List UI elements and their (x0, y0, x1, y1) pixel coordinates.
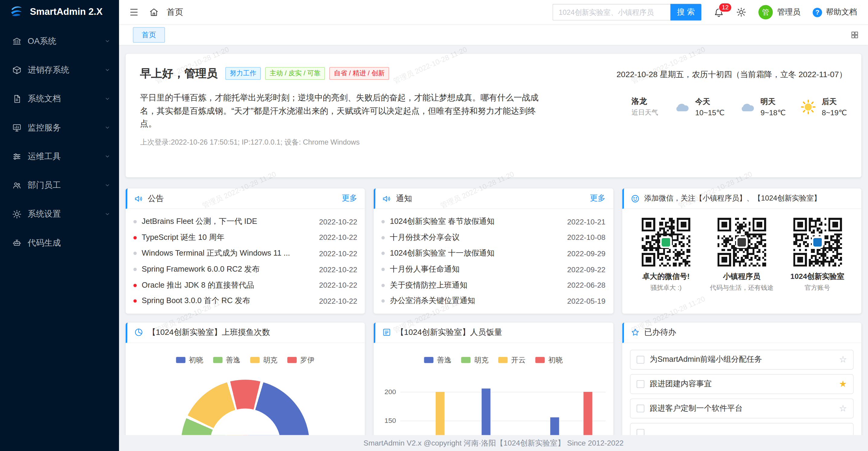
qr-code-item: 卓大的微信号!骚扰卓大 :) (632, 218, 700, 292)
item-title[interactable]: Spring Boot 3.0.0 首个 RC 发布 (142, 296, 314, 306)
todo-checkbox[interactable] (637, 429, 644, 435)
item-title[interactable]: Oracle 推出 JDK 8 的直接替代品 (142, 280, 314, 290)
item-title[interactable]: TypeScript 诞生 10 周年 (142, 233, 314, 243)
weather-day-temp: 10~15℃ (695, 108, 724, 117)
bar-初晓-晚饭[interactable] (583, 392, 592, 435)
item-dot (381, 300, 385, 303)
qr-code-image (642, 218, 690, 266)
welcome-tag: 努力工作 (225, 67, 261, 80)
y-axis-label: 200 (384, 388, 396, 396)
legend-item[interactable]: 开云 (498, 355, 526, 365)
item-dot (133, 236, 137, 239)
help-link[interactable]: ? 帮助文档 (813, 7, 857, 17)
todo-item[interactable]: 跟进团建内容事宜★ (630, 374, 854, 394)
todo-item[interactable]: 为SmartAdmin前端小组分配任务☆ (630, 349, 854, 369)
qr-code-image (793, 218, 842, 266)
home-icon[interactable] (149, 7, 159, 17)
search-button[interactable]: 搜 索 (671, 4, 701, 21)
item-title[interactable]: 1024创新实验室 春节放假通知 (390, 217, 562, 227)
weather-panel: 洛龙 近日天气 今天10~15℃明天9~18℃后天8~19℃ (631, 96, 847, 118)
qr-name: 小镇程序员 (723, 272, 761, 282)
legend-item[interactable]: 善逸 (213, 355, 241, 365)
tab-options-button[interactable] (850, 31, 859, 39)
sidebar-item-0[interactable]: OA系统 (0, 27, 119, 55)
legend-item[interactable]: 初晓 (536, 355, 563, 365)
list-item[interactable]: 办公室消杀关键位置通知2022-05-19 (381, 293, 606, 309)
legend-item[interactable]: 胡克 (461, 355, 489, 365)
legend-item[interactable]: 善逸 (424, 355, 452, 365)
legend-item[interactable]: 胡克 (250, 355, 277, 365)
sidebar-item-4[interactable]: 运维工具 (0, 142, 119, 171)
item-title[interactable]: JetBrains Fleet 公测，下一代 IDE (142, 217, 314, 227)
item-title[interactable]: 1024创新实验室 十一放假通知 (390, 249, 562, 259)
tab-home[interactable]: 首页 (133, 27, 165, 43)
qr-code-row: 卓大的微信号!骚扰卓大 :)小镇程序员代码与生活，还有钱途1024创新实验室官方… (622, 209, 861, 298)
notifications-more-link[interactable]: 更多 (590, 193, 606, 203)
gear-icon (736, 7, 746, 17)
list-item[interactable]: 1024创新实验室 春节放假通知2022-10-21 (381, 214, 606, 230)
item-title[interactable]: 十月份人事任命通知 (390, 264, 562, 274)
item-dot (381, 220, 385, 224)
list-item[interactable]: JetBrains Fleet 公测，下一代 IDE2022-10-22 (133, 214, 358, 230)
star-outline-icon[interactable]: ☆ (839, 403, 847, 414)
tools-icon (12, 151, 22, 161)
todo-item[interactable]: 跟进客户定制一个软件平台☆ (630, 398, 854, 418)
bar-善逸-午饭[interactable] (482, 389, 491, 435)
announcements-more-link[interactable]: 更多 (342, 193, 357, 203)
qr-desc: 官方账号 (805, 284, 830, 292)
list-item[interactable]: Spring Boot 3.0.0 首个 RC 发布2022-10-22 (133, 293, 358, 309)
weather-day-temp: 9~18℃ (761, 108, 786, 117)
menu-fold-icon (129, 7, 139, 17)
sidebar-item-3[interactable]: 监控服务 (0, 113, 119, 142)
item-dot (133, 268, 137, 271)
sidebar-item-1[interactable]: 进销存系统 (0, 55, 119, 84)
weather-days: 今天10~15℃明天9~18℃后天8~19℃ (673, 97, 847, 117)
list-item[interactable]: Oracle 推出 JDK 8 的直接替代品2022-10-22 (133, 277, 358, 293)
legend-item[interactable]: 初晓 (176, 355, 203, 365)
todo-checkbox[interactable] (637, 356, 644, 364)
menu-fold-button[interactable] (129, 7, 139, 17)
sidebar-item-6[interactable]: 系统设置 (0, 200, 119, 228)
list-item[interactable]: Windows Terminal 正式成为 Windows 11 ...2022… (133, 246, 358, 261)
sidebar-item-label: 系统文档 (28, 93, 61, 104)
sidebar-item-7[interactable]: 代码生成 (0, 228, 119, 257)
settings-button[interactable] (736, 7, 746, 17)
item-title[interactable]: Spring Framework 6.0.0 RC2 发布 (142, 264, 314, 274)
notifications-button[interactable]: 12 (714, 7, 724, 18)
chevron-down-icon (104, 124, 111, 131)
star-outline-icon[interactable]: ☆ (839, 354, 847, 365)
star-filled-icon[interactable]: ★ (839, 379, 847, 389)
breadcrumb[interactable]: 首页 (167, 7, 183, 18)
search-input[interactable] (553, 4, 671, 21)
search-group: 搜 索 (553, 4, 702, 21)
list-item[interactable]: 十月份人事任命通知2022-09-22 (381, 261, 606, 277)
list-item[interactable]: 关于疫情防控上班通知2022-06-28 (381, 277, 606, 293)
pie-icon (134, 328, 143, 337)
bar-开云-早饭[interactable] (436, 392, 444, 435)
app-logo[interactable]: SmartAdmin 2.X (0, 0, 119, 25)
speaker-icon (134, 194, 143, 203)
item-title[interactable]: 办公室消杀关键位置通知 (390, 296, 562, 306)
robot-icon (12, 238, 22, 248)
item-title[interactable]: 关于疫情防控上班通知 (390, 280, 562, 290)
todo-checkbox[interactable] (637, 380, 644, 388)
card-title: 【1024创新实验室】人员饭量 (396, 327, 502, 338)
bar-善逸-晚饭[interactable] (550, 417, 559, 435)
todo-text: 跟进客户定制一个软件平台 (650, 403, 839, 413)
item-title[interactable]: 十月份技术分享会议 (390, 233, 562, 243)
sidebar-item-2[interactable]: 系统文档 (0, 84, 119, 113)
item-date: 2022-10-22 (319, 297, 358, 305)
list-item[interactable]: 1024创新实验室 十一放假通知2022-09-29 (381, 246, 606, 261)
list-item[interactable]: 十月份技术分享会议2022-10-08 (381, 230, 606, 246)
user-menu[interactable]: 管 管理员 (758, 5, 800, 19)
todo-item-partial[interactable] (630, 423, 854, 435)
list-item[interactable]: TypeScript 诞生 10 周年2022-10-22 (133, 230, 358, 246)
todo-checkbox[interactable] (637, 404, 644, 412)
item-title[interactable]: Windows Terminal 正式成为 Windows 11 ... (142, 249, 314, 259)
sidebar-item-5[interactable]: 部门员工 (0, 171, 119, 199)
item-date: 2022-10-22 (319, 281, 358, 289)
list-icon (382, 328, 392, 337)
legend-item[interactable]: 罗伊 (287, 355, 314, 365)
speaker-icon (382, 194, 392, 203)
list-item[interactable]: Spring Framework 6.0.0 RC2 发布2022-10-22 (133, 261, 358, 277)
